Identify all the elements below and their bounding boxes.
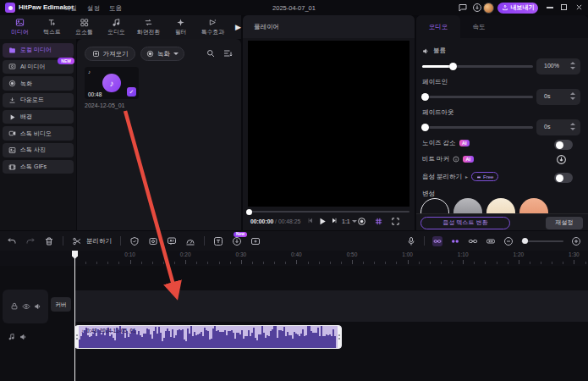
playhead-line[interactable] [74, 251, 75, 381]
next-frame-icon[interactable] [331, 217, 338, 224]
ai-caption-icon[interactable] [167, 236, 177, 246]
media-sidebar: 로컬 미디어 AI 미디어 NEW 녹화 다운로드 배경 스톡 비디오 스톡 사… [0, 39, 76, 230]
beat-marker-download-icon[interactable] [556, 154, 567, 165]
fullscreen-icon[interactable] [391, 217, 400, 226]
search-icon[interactable] [206, 48, 216, 58]
seek-knob[interactable] [246, 209, 252, 215]
clip-trim-handle-right[interactable] [338, 326, 341, 348]
video-preview[interactable] [248, 41, 409, 207]
audio-track-speaker-icon[interactable] [19, 333, 28, 341]
zoom-in-icon[interactable] [571, 236, 581, 246]
feedback-icon[interactable] [458, 3, 468, 13]
audio-track-note-icon[interactable] [8, 333, 16, 341]
media-item-card[interactable]: ♪ ♪ 00:48 ✓ [85, 67, 139, 99]
unlink-icon[interactable] [468, 236, 478, 246]
add-text-icon[interactable] [213, 236, 223, 246]
stepper-icon[interactable] [570, 92, 575, 100]
fade-out-slider[interactable] [422, 126, 533, 129]
fade-out-slider-knob[interactable] [421, 124, 429, 131]
ruler-tick [485, 262, 486, 265]
shield-icon[interactable] [129, 236, 140, 246]
download-assets-icon[interactable]: New [232, 236, 242, 246]
tab-text[interactable]: 텍스트 [37, 16, 67, 38]
tab-audio-props[interactable]: 오디오 [416, 15, 460, 38]
timeline-zoom-slider[interactable] [521, 240, 563, 242]
seek-bar[interactable] [248, 211, 409, 213]
tab-audio[interactable]: 오디오 [102, 16, 131, 38]
tab-effects[interactable]: 특수효과 [198, 16, 228, 38]
record-button[interactable]: 녹화 [140, 47, 184, 61]
stepper-icon[interactable] [570, 62, 575, 69]
mask-icon[interactable] [148, 236, 158, 246]
redo-icon[interactable] [25, 236, 36, 246]
fade-in-value-box[interactable]: 0s [536, 89, 580, 105]
clip-trim-handle-left[interactable] [75, 326, 79, 348]
fade-in-slider[interactable] [422, 96, 533, 98]
sidebar-item-record[interactable]: 녹화 [3, 76, 74, 91]
cover-button[interactable]: 커버 [51, 297, 71, 312]
grid-icon[interactable] [374, 217, 383, 226]
timeline-zoom-knob[interactable] [522, 238, 528, 244]
add-media-icon[interactable] [250, 236, 261, 246]
noise-reduction-toggle[interactable] [554, 140, 573, 150]
sidebar-item-local-media[interactable]: 로컬 미디어 [3, 43, 74, 58]
undo-icon[interactable] [7, 236, 17, 246]
delete-icon[interactable] [44, 236, 54, 246]
download-icon[interactable] [472, 3, 482, 13]
prev-frame-icon[interactable] [307, 217, 314, 224]
volume-slider[interactable] [422, 65, 533, 68]
sidebar-item-background[interactable]: 배경 [3, 110, 74, 124]
import-button[interactable]: 가져오기 [85, 47, 135, 61]
speed-icon[interactable] [185, 236, 195, 246]
fit-timeline-icon[interactable] [486, 236, 496, 246]
sort-list-icon[interactable] [223, 48, 233, 58]
play-button[interactable] [318, 217, 327, 226]
mute-speaker-icon[interactable] [34, 302, 42, 311]
timeline-ruler[interactable]: 0:100:200:300:400:501:001:101:201:30 [0, 251, 588, 266]
audio-clip[interactable]: ♪ 0:48 2024-12-05_01 [74, 325, 342, 349]
fade-in-slider-knob[interactable] [421, 93, 429, 101]
tab-media[interactable]: 미디어 [5, 16, 35, 38]
tab-filter[interactable]: 필터 [166, 16, 195, 38]
magnet-snap-icon[interactable] [450, 236, 460, 246]
sidebar-item-stock-video[interactable]: 스톡 비디오 [3, 126, 74, 141]
volume-slider-knob[interactable] [449, 63, 457, 70]
video-track[interactable] [74, 290, 588, 322]
checkmark-badge[interactable]: ✓ [127, 87, 136, 97]
tab-elements[interactable]: 요소들 [69, 16, 99, 38]
lock-icon[interactable] [10, 302, 19, 311]
sidebar-item-stock-gifs[interactable]: 스톡 GIFs [3, 160, 74, 174]
minimize-button[interactable] [547, 3, 553, 8]
reset-button[interactable]: 재설정 [546, 217, 583, 229]
voice-split-toggle[interactable] [554, 173, 573, 183]
split-scissors-icon[interactable] [72, 236, 82, 246]
video-track-header [3, 290, 48, 323]
tab-speed-props[interactable]: 속도 [460, 15, 497, 38]
speech-to-text-button[interactable]: 음성 텍스트 변환 [420, 217, 510, 229]
volume-value-box[interactable]: 100% [536, 58, 580, 75]
zoom-ratio-select[interactable]: 1:1 [342, 218, 357, 224]
noise-reduction-label: 노이즈 감소 [422, 139, 456, 147]
fade-out-value-box[interactable]: 0s [536, 119, 580, 135]
beat-marker-row: 비트 마커 AI [422, 155, 474, 163]
export-button[interactable]: 내보내기 [497, 3, 538, 14]
tab-elements-label: 요소들 [75, 28, 92, 36]
sidebar-item-download[interactable]: 다운로드 [3, 93, 74, 108]
stepper-icon[interactable] [570, 123, 575, 130]
eye-icon[interactable] [22, 302, 30, 311]
snapshot-icon[interactable] [357, 217, 366, 226]
sidebar-item-ai-media[interactable]: AI 미디어 NEW [3, 60, 74, 75]
maximize-button[interactable] [561, 3, 567, 10]
split-label[interactable]: 분리하기 [86, 237, 112, 246]
voiceover-mic-icon[interactable] [406, 236, 416, 246]
sidebar-item-stock-photo[interactable]: 스톡 사진 [3, 143, 74, 157]
ruler-tick [463, 260, 464, 265]
ribbon-tab-bar: 미디어 텍스트 요소들 오디오 화면전환 필터 특수효과 ▶ [0, 15, 241, 39]
link-clips-icon[interactable] [432, 236, 442, 246]
voice-split-row: 음성 분리하기 ▸ Free [422, 172, 498, 181]
zoom-out-icon[interactable] [503, 236, 514, 246]
user-avatar[interactable] [483, 3, 494, 14]
close-button[interactable] [575, 3, 583, 11]
tab-transition[interactable]: 화면전환 [134, 16, 163, 38]
more-tabs-icon[interactable]: ▶ [235, 23, 241, 31]
